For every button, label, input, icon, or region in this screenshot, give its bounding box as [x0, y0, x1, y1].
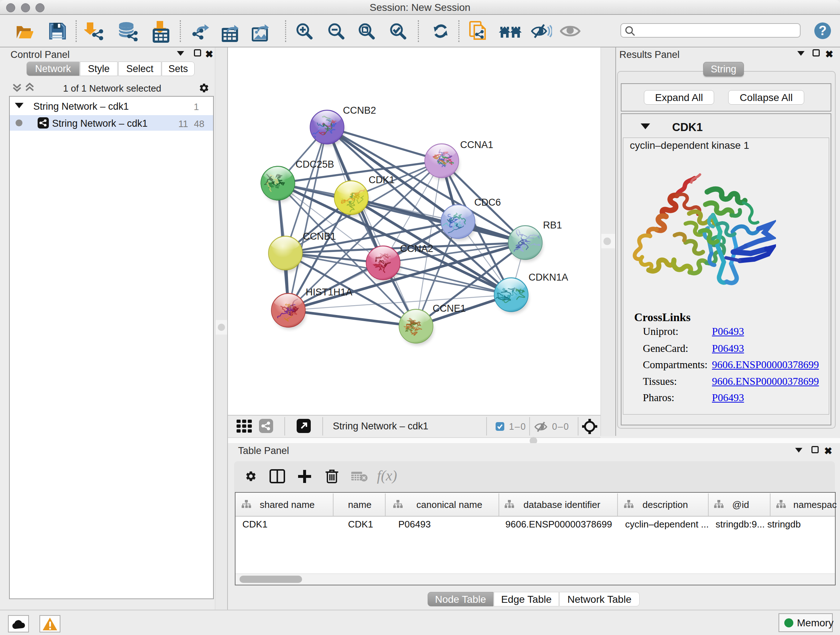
svg-text:CCNB2: CCNB2: [343, 105, 376, 116]
svg-text:RB1: RB1: [543, 220, 562, 231]
svg-text:CDK1: CDK1: [369, 174, 395, 185]
svg-text:HIST1H1A: HIST1H1A: [306, 287, 352, 298]
svg-text:CCNE1: CCNE1: [433, 303, 466, 314]
svg-text:CCNA1: CCNA1: [460, 139, 493, 150]
svg-text:CCNA2: CCNA2: [400, 243, 433, 254]
svg-text:CCNB1: CCNB1: [303, 231, 336, 242]
svg-text:CDC25B: CDC25B: [295, 159, 334, 170]
svg-text:CDC6: CDC6: [474, 197, 501, 208]
svg-text:CDKN1A: CDKN1A: [529, 272, 568, 283]
